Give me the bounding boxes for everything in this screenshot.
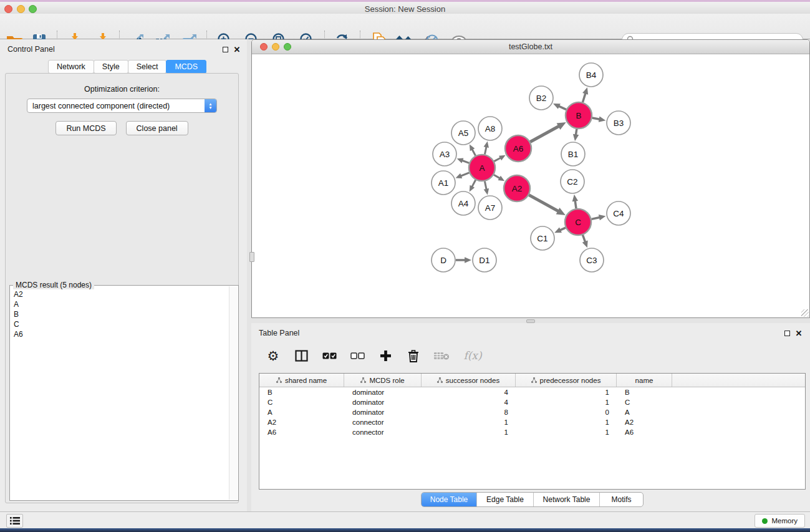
split-panel-button[interactable] xyxy=(292,346,311,365)
arrowhead-icon xyxy=(599,215,606,220)
unchecked-boxes-icon xyxy=(350,352,365,359)
float-table-panel-button[interactable] xyxy=(783,329,791,337)
table-cell[interactable]: A2 xyxy=(259,418,344,426)
table-row[interactable]: Adominator80A xyxy=(259,407,805,417)
tab-network-table[interactable]: Network Table xyxy=(533,493,599,506)
graph-edge-B-B2[interactable] xyxy=(559,106,566,110)
close-table-panel-button[interactable]: ✕ xyxy=(794,329,803,337)
graph-edge-A-A8[interactable] xyxy=(485,147,486,154)
panel-grip[interactable] xyxy=(249,252,254,262)
table-cell[interactable]: 1 xyxy=(516,418,617,426)
run-mcds-button[interactable]: Run MCDS xyxy=(55,121,116,135)
fx-icon: f(x) xyxy=(463,349,481,362)
result-item[interactable]: A xyxy=(14,299,228,309)
deselect-all-button[interactable] xyxy=(348,346,367,365)
arrowhead-icon xyxy=(457,158,464,163)
task-history-button[interactable] xyxy=(6,514,23,528)
criterion-dropdown[interactable]: largest connected component (directed) ▲… xyxy=(27,99,217,113)
tab-edge-table[interactable]: Edge Table xyxy=(476,493,533,506)
graph-edge-B-B4[interactable] xyxy=(582,93,585,102)
result-item[interactable]: A2 xyxy=(14,289,228,299)
graph-edge-A-A5[interactable] xyxy=(472,149,476,155)
graph-edge-A-A2[interactable] xyxy=(494,175,500,178)
graph-edge-C-C3[interactable] xyxy=(582,235,585,242)
table-cell[interactable]: A6 xyxy=(617,428,672,436)
table-cell[interactable]: C xyxy=(617,399,672,406)
arrowhead-icon xyxy=(582,87,588,95)
table-cell[interactable]: 1 xyxy=(422,428,516,436)
tab-network[interactable]: Network xyxy=(48,60,94,74)
graph-edge-B-B3[interactable] xyxy=(592,118,600,119)
column-header-name[interactable]: name xyxy=(617,374,672,387)
table-settings-button[interactable]: ⚙ xyxy=(264,346,282,365)
table-cell[interactable]: 1 xyxy=(422,418,516,426)
table-cell[interactable]: B xyxy=(617,389,672,396)
table-cell[interactable]: dominator xyxy=(344,389,422,396)
table-row[interactable]: A2connector11A2 xyxy=(259,417,805,427)
table-cell[interactable]: 4 xyxy=(422,399,516,406)
graph-edge-C-C4[interactable] xyxy=(592,217,600,219)
network-canvas[interactable]: B4B2BB3A5A8A6A3B1AC2A1A2A4A7C4CC1C3DD1 xyxy=(252,54,809,317)
node-table[interactable]: shared nameMCDS rolesuccessor nodesprede… xyxy=(259,373,806,490)
function-builder-button[interactable]: f(x) xyxy=(460,346,485,365)
graph-edge-C-C2[interactable] xyxy=(575,201,576,209)
column-header-successor-nodes[interactable]: successor nodes xyxy=(422,374,516,387)
table-cell[interactable]: 4 xyxy=(422,389,516,396)
tab-motifs[interactable]: Motifs xyxy=(599,493,643,506)
table-cell[interactable]: 1 xyxy=(516,428,617,436)
tab-style[interactable]: Style xyxy=(94,60,128,74)
column-header-MCDS-role[interactable]: MCDS role xyxy=(344,374,422,387)
column-header-predecessor-nodes[interactable]: predecessor nodes xyxy=(516,374,617,387)
table-cell[interactable]: A xyxy=(617,409,672,416)
column-header-shared-name[interactable]: shared name xyxy=(259,374,344,387)
graph-edge-A-A7[interactable] xyxy=(485,181,486,190)
hierarchy-icon xyxy=(437,377,443,383)
select-all-button[interactable] xyxy=(320,346,339,365)
network-window-titlebar[interactable]: testGlobe.txt xyxy=(252,40,809,54)
result-item[interactable]: A6 xyxy=(14,329,228,339)
result-scrollbar[interactable] xyxy=(229,286,238,500)
graph-edge-C-C1[interactable] xyxy=(560,228,566,230)
table-cell[interactable]: 1 xyxy=(516,389,617,396)
table-cell[interactable]: A xyxy=(259,409,344,416)
table-cell[interactable]: C xyxy=(259,399,344,406)
result-item[interactable]: B xyxy=(14,309,228,319)
table-cell[interactable]: B xyxy=(259,389,344,396)
table-row[interactable]: Cdominator41C xyxy=(259,397,805,407)
resize-handle-icon[interactable] xyxy=(801,309,809,317)
add-button[interactable] xyxy=(376,346,395,365)
network-graph[interactable]: B4B2BB3A5A8A6A3B1AC2A1A2A4A7C4CC1C3DD1 xyxy=(252,54,809,317)
table-cell[interactable]: 0 xyxy=(516,409,617,416)
table-row[interactable]: A6connector11A6 xyxy=(259,427,805,437)
graph-edge-A6-B[interactable] xyxy=(530,126,559,142)
delete-button[interactable] xyxy=(404,346,423,365)
graph-edge-A-A6[interactable] xyxy=(494,158,501,162)
checked-boxes-icon xyxy=(322,352,337,359)
graph-edge-A-A3[interactable] xyxy=(462,160,469,163)
tab-mcds[interactable]: MCDS xyxy=(166,60,206,74)
mcds-result-list[interactable]: A2ABCA6 xyxy=(10,289,228,499)
delete-table-button[interactable] xyxy=(432,346,451,365)
table-cell[interactable]: A6 xyxy=(259,428,344,436)
float-control-panel-button[interactable] xyxy=(221,45,229,54)
graph-edge-B-B1[interactable] xyxy=(576,129,576,135)
table-cell[interactable]: A2 xyxy=(617,418,672,426)
graph-edge-A2-C[interactable] xyxy=(529,195,558,211)
graph-edge-A-A4[interactable] xyxy=(472,180,476,186)
memory-button[interactable]: Memory xyxy=(755,514,805,528)
table-cell[interactable]: dominator xyxy=(344,409,422,416)
close-panel-button[interactable]: Close panel xyxy=(126,121,188,135)
tab-select[interactable]: Select xyxy=(128,60,167,74)
table-cell[interactable]: dominator xyxy=(344,399,422,406)
table-cell[interactable]: 1 xyxy=(516,399,617,406)
hierarchy-icon xyxy=(360,377,366,383)
table-cell[interactable]: 8 xyxy=(422,409,516,416)
result-item[interactable]: C xyxy=(14,319,228,329)
graph-edge-A-A1[interactable] xyxy=(461,173,470,176)
close-control-panel-button[interactable]: ✕ xyxy=(233,45,241,54)
tab-node-table[interactable]: Node Table xyxy=(422,493,476,506)
table-cell[interactable]: connector xyxy=(344,418,422,426)
memory-status-icon xyxy=(762,518,768,524)
table-row[interactable]: Bdominator41B xyxy=(259,387,805,397)
table-cell[interactable]: connector xyxy=(344,428,422,436)
